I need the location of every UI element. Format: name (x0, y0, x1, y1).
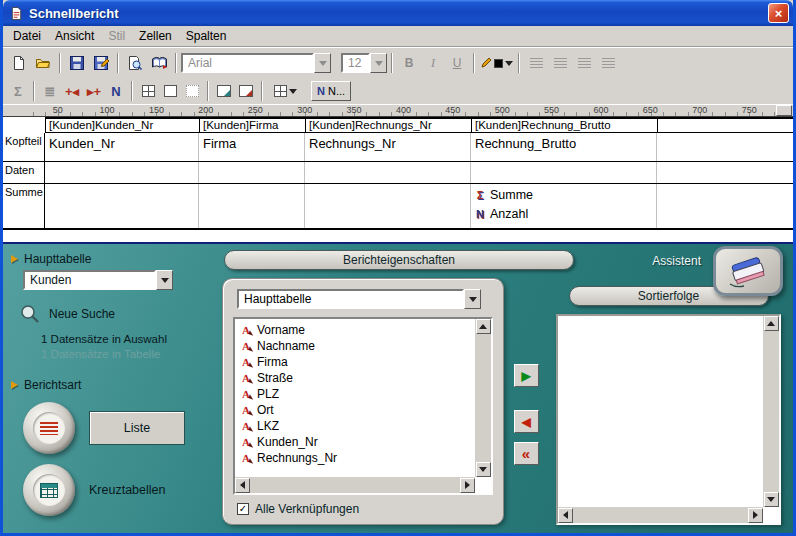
print-button[interactable] (147, 51, 171, 75)
scroll-left-button[interactable] (558, 508, 573, 523)
kreuztabellen-radio-button[interactable] (23, 464, 75, 516)
text-color-button[interactable] (479, 51, 514, 75)
italic-button[interactable]: I (421, 51, 445, 75)
row-label-daten[interactable]: Daten (3, 162, 45, 183)
save-button[interactable] (65, 51, 89, 75)
grid-cell[interactable] (305, 184, 471, 228)
fields-vertical-scrollbar[interactable] (475, 319, 491, 477)
align-left-button[interactable] (524, 51, 548, 75)
sum-button[interactable]: Σ (7, 81, 29, 101)
fields-horizontal-scrollbar[interactable] (235, 477, 475, 493)
open-book-arrow-icon (151, 55, 168, 71)
grid-cell[interactable] (199, 162, 305, 183)
master-row-button[interactable]: ≣ (39, 81, 61, 101)
add-field-button[interactable]: ▶ (514, 364, 539, 387)
scroll-down-button[interactable] (476, 462, 491, 477)
save-as-button[interactable] (89, 51, 113, 75)
number-format-button[interactable]: N N... (311, 81, 351, 101)
remove-all-fields-button[interactable]: « (514, 442, 539, 465)
field-list-item[interactable]: A Rechnungs_Nr (240, 450, 474, 466)
insert-column-left-button[interactable]: +◂ (61, 81, 83, 101)
menu-item[interactable]: Stil (101, 27, 132, 45)
liste-label-box[interactable]: Liste (89, 411, 185, 445)
assistent-button[interactable] (713, 246, 783, 296)
scroll-up-button[interactable] (476, 319, 491, 334)
open-button[interactable] (31, 51, 55, 75)
grid-cell[interactable] (305, 162, 471, 183)
field-list-item[interactable]: A PLZ (240, 386, 474, 402)
summe-aggregate-cell[interactable]: Σ Summe N Anzahl (471, 184, 657, 228)
fields-list: A Vorname A Nachname A (236, 320, 474, 476)
field-list-item[interactable]: A Nachname (240, 338, 474, 354)
scroll-right-button[interactable] (748, 508, 763, 523)
font-combo-arrow[interactable] (314, 53, 331, 73)
repeat-value-button[interactable]: N (105, 81, 127, 101)
aggregate-entry[interactable]: N Anzahl (474, 206, 656, 222)
insert-column-right-button[interactable]: ▸+ (83, 81, 105, 101)
berichteigenschaften-tab[interactable]: Berichteigenschaften (224, 250, 574, 270)
kopfteil-cell[interactable]: Rechnung_Brutto (471, 133, 657, 161)
font-combo[interactable]: Arial (181, 53, 331, 73)
ruler-label: 50 (33, 105, 82, 116)
table-combo[interactable]: Kunden (23, 270, 173, 290)
chevron-down-icon (319, 61, 327, 66)
menu-item[interactable]: Zellen (132, 27, 179, 45)
menu-item[interactable]: Datei (6, 27, 48, 45)
borders-all-button[interactable] (137, 81, 159, 101)
align-justify-button[interactable] (596, 51, 620, 75)
kopfteil-cell[interactable]: Firma (199, 133, 305, 161)
grid-cell[interactable] (471, 162, 657, 183)
field-list-item[interactable]: A Vorname (240, 322, 474, 338)
haupttabelle-combo-arrow[interactable] (464, 289, 481, 309)
underline-button[interactable]: U (445, 51, 469, 75)
bold-button[interactable]: B (397, 51, 421, 75)
remove-field-button[interactable]: ◀ (514, 410, 539, 433)
liste-radio-button[interactable] (23, 402, 75, 454)
sort-horizontal-scrollbar[interactable] (558, 507, 763, 523)
column-header[interactable]: [Kunden]Rechnungs_Nr (306, 119, 472, 132)
row-label-kopfteil[interactable]: Kopfteil (3, 133, 45, 161)
table-combo-arrow[interactable] (156, 270, 173, 290)
grid-cell[interactable] (45, 184, 199, 228)
align-center-button[interactable] (548, 51, 572, 75)
ruler-options-button[interactable] (776, 105, 792, 116)
scroll-up-button[interactable] (764, 316, 779, 331)
column-header[interactable]: [Kunden]Firma (200, 119, 306, 132)
cell-fill-button[interactable] (213, 81, 235, 101)
neue-suche-button[interactable]: Neue Suche (19, 304, 218, 324)
scroll-down-button[interactable] (764, 492, 779, 507)
menu-item[interactable]: Ansicht (48, 27, 101, 45)
column-header[interactable]: [Kunden]Kunden_Nr (46, 119, 200, 132)
field-list-item[interactable]: A LKZ (240, 418, 474, 434)
menu-item[interactable]: Spalten (179, 27, 234, 45)
field-list-item[interactable]: A Straße (240, 370, 474, 386)
field-list-item[interactable]: A Ort (240, 402, 474, 418)
borders-none-button[interactable] (181, 81, 203, 101)
field-list-item[interactable]: A Kunden_Nr (240, 434, 474, 450)
grid-header-row: [Kunden]Kunden_Nr[Kunden]Firma[Kunden]Re… (45, 117, 793, 133)
style-dropdown-button[interactable] (267, 81, 303, 101)
title-bar[interactable]: Schnellbericht × (3, 0, 793, 26)
sort-vertical-scrollbar[interactable] (763, 316, 779, 507)
new-button[interactable] (7, 51, 31, 75)
kopfteil-cell[interactable]: Rechnungs_Nr (305, 133, 471, 161)
close-button[interactable]: × (768, 3, 789, 23)
row-label-summe[interactable]: Summe (3, 184, 45, 228)
scroll-right-button[interactable] (460, 478, 475, 493)
haupttabelle-label: Haupttabelle (24, 252, 91, 266)
haupttabelle-combo[interactable]: Haupttabelle (237, 289, 481, 309)
cell-alt-fill-button[interactable] (235, 81, 257, 101)
align-right-button[interactable] (572, 51, 596, 75)
aggregate-entry[interactable]: Σ Summe (474, 187, 656, 203)
print-preview-button[interactable] (123, 51, 147, 75)
scroll-left-button[interactable] (235, 478, 250, 493)
font-size-combo-arrow[interactable] (370, 53, 387, 73)
font-size-combo[interactable]: 12 (341, 53, 387, 73)
alle-verknuepfungen-checkbox[interactable]: ✓ (237, 503, 249, 515)
grid-cell[interactable] (45, 162, 199, 183)
kopfteil-cell[interactable]: Kunden_Nr (45, 133, 199, 161)
grid-cell[interactable] (199, 184, 305, 228)
borders-outline-button[interactable] (159, 81, 181, 101)
column-header[interactable]: [Kunden]Rechnung_Brutto (472, 119, 658, 132)
field-list-item[interactable]: A Firma (240, 354, 474, 370)
